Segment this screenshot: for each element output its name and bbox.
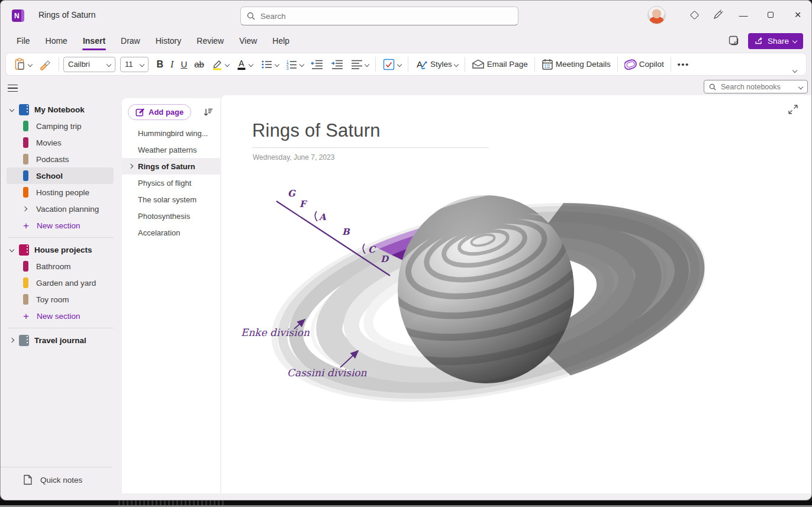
copilot-button[interactable]: Copilot [622,56,666,73]
notebook-my-notebook[interactable]: My Notebook [7,101,114,118]
feedback-pen-icon[interactable] [706,1,730,29]
bullet-list-button[interactable] [259,57,281,72]
sidebar-item-hosting-people[interactable]: Hosting people [7,184,114,201]
page-date[interactable]: Wednesday, June 7, 2023 [253,153,334,162]
strikethrough-button[interactable]: ab [192,57,207,72]
sidebar-item-school[interactable]: School [7,167,114,184]
search-notebooks-box[interactable] [704,80,808,93]
tab-home[interactable]: Home [39,33,74,49]
page-item-photosynthesis[interactable]: Photosynthesis [122,208,220,224]
menubar: File Home Insert Draw History Review Vie… [1,29,811,53]
tab-review[interactable]: Review [190,33,230,49]
highlighter-button[interactable] [209,56,231,73]
styles-button[interactable]: A Styles [413,56,460,73]
envelope-icon [472,59,485,69]
page-canvas[interactable]: Rings of Saturn Wednesday, June 7, 2023 [221,95,811,493]
sidebar-item-movies[interactable]: Movies [7,134,114,151]
page-title-label: Photosynthesis [138,212,190,221]
quick-notes-label: Quick notes [40,476,82,485]
tab-insert[interactable]: Insert [76,33,112,49]
quick-notes-button[interactable]: Quick notes [1,467,112,492]
align-text-icon [351,59,363,70]
tab-draw[interactable]: Draw [114,33,147,49]
chevron-down-icon[interactable] [9,247,14,252]
sidebar-item-podcasts[interactable]: Podcasts [7,151,114,167]
notebook-label: Travel journal [34,336,86,345]
global-search-box[interactable] [240,7,518,25]
chevron-down-icon[interactable] [798,84,803,89]
expand-page-icon[interactable] [788,104,798,115]
email-page-button[interactable]: Email Page [469,57,530,72]
page-title-label: Weather patterns [138,146,196,154]
tab-history[interactable]: History [149,33,188,49]
section-color-chip [23,277,28,288]
numbered-list-icon: 123 [286,59,298,70]
todo-tag-button[interactable] [380,56,404,73]
page-title-label: The solar system [138,195,196,204]
clipboard-icon [14,58,26,71]
tab-file[interactable]: File [10,33,37,49]
add-page-button[interactable]: Add page [128,104,191,120]
page-item-accelaration[interactable]: Accelaration [122,224,220,241]
page-item-the-solar-system[interactable]: The solar system [122,191,220,208]
new-section-button[interactable]: + New section [7,308,114,324]
numbered-list-button[interactable]: 123 [283,57,306,72]
page-panes-icon[interactable] [729,35,740,47]
sidebar-item-bathroom[interactable]: Bathroom [7,258,114,275]
search-input[interactable] [260,12,512,21]
ribbon-toolbar: Cailbri 11 B I U ab A [5,53,807,76]
close-button[interactable]: × [784,1,811,29]
section-color-chip [23,154,28,164]
search-notebooks-input[interactable] [721,83,794,91]
page-title[interactable]: Rings of Saturn [252,120,381,141]
font-size-value: 11 [125,60,133,69]
collapse-ribbon-chevron-icon[interactable] [792,68,797,73]
annotation-enke-division: Enke division [241,327,310,338]
chevron-down-icon[interactable] [9,107,14,112]
minimize-button[interactable]: — [730,1,757,29]
new-section-button[interactable]: + New section [7,217,114,234]
meeting-details-button[interactable]: Meeting Details [539,56,613,73]
tab-view[interactable]: View [233,33,263,49]
page-item-weather-patterns[interactable]: Weather patterns [122,141,220,158]
notebook-travel-journal[interactable]: Travel journal [7,332,114,348]
font-size-combobox[interactable]: 11 [120,57,149,72]
maximize-button[interactable] [757,1,784,29]
notebook-icon [19,335,29,346]
title-divider [252,147,489,148]
ribbon-overflow-button[interactable]: ••• [675,57,692,71]
italic-button[interactable]: I [168,57,176,72]
sidebar-item-toy-room[interactable]: Toy room [7,291,114,308]
ring-label-g: G [288,188,296,199]
svg-text:A: A [239,59,244,68]
sidebar-item-vacation-planning[interactable]: Vacation planning [7,201,114,217]
new-section-label: New section [37,221,80,230]
plus-icon: + [23,311,29,321]
sidebar-item-garden-and-yard[interactable]: Garden and yard [7,275,114,291]
increase-indent-button[interactable] [328,57,346,72]
chevron-right-icon[interactable] [9,338,14,343]
underline-button[interactable]: U [178,57,189,72]
share-button[interactable]: Share [748,33,803,49]
sort-pages-icon[interactable] [203,107,213,117]
window-title: Rings of Saturn [38,1,96,29]
page-item-rings-of-saturn[interactable]: Rings of Saturn [122,158,220,175]
font-name-combobox[interactable]: Cailbri [63,57,115,72]
page-item-hummingbird-wing[interactable]: Hummingbird wing... [122,125,220,141]
page-item-physics-of-flight[interactable]: Physics of flight [122,175,220,191]
hamburger-menu-icon[interactable] [8,81,22,95]
avatar[interactable] [647,6,666,24]
page-title-label: Rings of Saturn [138,162,195,171]
alignment-button[interactable] [349,57,371,72]
format-painter-icon [39,59,52,70]
bold-button[interactable]: B [154,57,166,72]
chevron-right-icon [22,206,27,211]
paste-button[interactable] [12,56,34,73]
sidebar-item-camping-trip[interactable]: Camping trip [7,118,114,134]
decrease-indent-button[interactable] [308,57,326,72]
format-painter-button[interactable] [37,56,54,73]
font-color-button[interactable]: A [234,56,255,73]
notebook-house-projects[interactable]: House projects [7,241,114,258]
tab-help[interactable]: Help [266,33,296,49]
premium-diamond-icon[interactable] [682,1,706,29]
